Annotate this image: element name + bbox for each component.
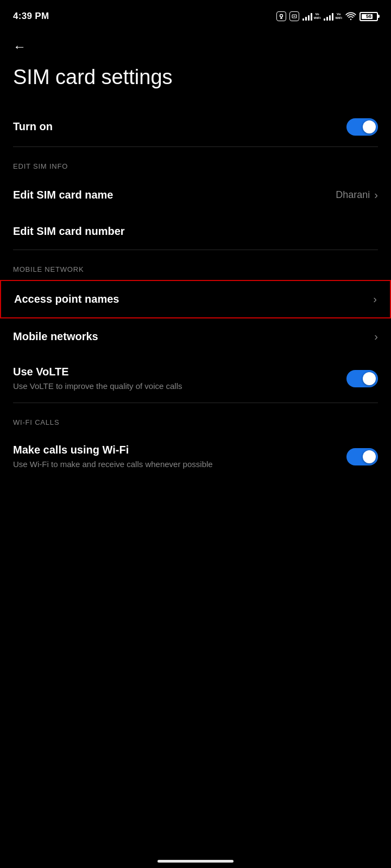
signal-bars-1 <box>302 12 312 21</box>
chevron-icon-mobile: › <box>374 330 378 343</box>
wifi-icon <box>345 12 356 21</box>
turn-on-row: Turn on <box>0 107 391 146</box>
volte-text: Use VoLTE Use VoLTE to improve the quali… <box>13 366 346 392</box>
turn-on-section: Turn on <box>0 107 391 146</box>
notification-icon-1 <box>276 11 286 21</box>
volte-toggle[interactable] <box>346 370 378 387</box>
home-indicator <box>157 860 234 863</box>
turn-on-label: Turn on <box>13 120 53 133</box>
edit-sim-card-name-value: Dharani <box>336 189 370 201</box>
battery-icon: 56 <box>360 12 378 21</box>
signal-group-2: VoWiFi <box>324 12 342 21</box>
wifi-calls-row: Make calls using Wi-Fi Use Wi-Fi to make… <box>0 433 391 481</box>
page-title: SIM card settings <box>0 59 391 107</box>
toggle-knob <box>363 120 376 133</box>
svg-point-0 <box>280 15 282 17</box>
notification-icon-2 <box>289 11 299 21</box>
wifi-calls-text: Make calls using Wi-Fi Use Wi-Fi to make… <box>13 444 346 470</box>
edit-sim-card-name-row[interactable]: Edit SIM card name Dharani › <box>0 177 391 213</box>
status-time: 4:39 PM <box>13 11 49 22</box>
turn-on-toggle[interactable] <box>346 118 378 136</box>
back-button[interactable]: ← <box>13 39 26 54</box>
mobile-network-header: MOBILE NETWORK <box>0 250 391 280</box>
status-bar: 4:39 PM VoWiFi <box>0 0 391 30</box>
access-point-names-label: Access point names <box>14 293 119 305</box>
signal-bars-2 <box>324 12 333 21</box>
wifi-calls-toggle[interactable] <box>346 448 378 465</box>
signal-group-1: VoWiFi <box>302 12 321 21</box>
wifi-calls-label: Make calls using Wi-Fi <box>13 444 333 456</box>
edit-sim-info-header: EDIT SIM INFO <box>0 147 391 177</box>
volte-label: Use VoLTE <box>13 366 333 378</box>
volte-description: Use VoLTE to improve the quality of voic… <box>13 380 333 392</box>
battery-level: 56 <box>366 14 371 19</box>
chevron-icon-apn: › <box>373 293 377 305</box>
wifi-calls-header: WI-FI CALLS <box>0 403 391 433</box>
vo-wifi-label-2: VoWiFi <box>335 12 342 20</box>
mobile-networks-label: Mobile networks <box>13 330 98 343</box>
edit-sim-card-name-value-group: Dharani › <box>336 189 378 201</box>
wifi-calls-toggle-knob <box>363 450 376 463</box>
svg-point-2 <box>294 16 295 17</box>
status-icons: VoWiFi VoWiFi 56 <box>276 11 378 21</box>
mobile-networks-row[interactable]: Mobile networks › <box>0 318 391 355</box>
back-nav: ← <box>0 30 391 59</box>
edit-sim-card-name-label: Edit SIM card name <box>13 189 113 201</box>
access-point-names-row[interactable]: Access point names › <box>0 280 391 318</box>
volte-toggle-knob <box>363 372 376 385</box>
chevron-icon-name: › <box>374 189 378 201</box>
vo-wifi-label-1: VoWiFi <box>314 12 321 20</box>
edit-sim-card-number-label: Edit SIM card number <box>13 225 125 238</box>
volte-row: Use VoLTE Use VoLTE to improve the quali… <box>0 355 391 403</box>
edit-sim-card-number-row[interactable]: Edit SIM card number <box>0 213 391 250</box>
wifi-calls-description: Use Wi-Fi to make and receive calls when… <box>13 458 333 470</box>
